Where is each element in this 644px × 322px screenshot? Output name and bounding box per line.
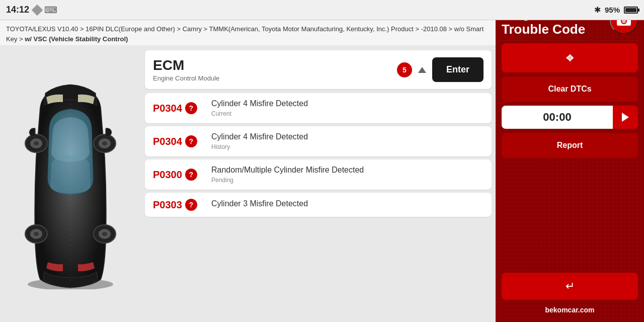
- dtc-code: P0300: [153, 169, 182, 181]
- dtc-description: Cylinder 3 Misfire Detected: [211, 199, 484, 208]
- clear-dtcs-button[interactable]: Clear DTCs: [502, 76, 638, 102]
- table-row: P0303 ? Cylinder 3 Misfire Detected: [145, 193, 492, 217]
- dtc-status: History: [211, 143, 484, 150]
- svg-point-12: [102, 232, 107, 236]
- timer-row: 00:00: [502, 106, 638, 129]
- dtc-code-group: P0304 ?: [153, 135, 203, 147]
- dtc-code-group: P0303 ?: [153, 199, 203, 211]
- sidebar-footer: ↵ bekomcar.com: [502, 273, 638, 316]
- exit-button[interactable]: ⎆: [502, 43, 638, 72]
- svg-point-3: [34, 141, 39, 145]
- dtc-help-button[interactable]: ?: [185, 169, 197, 181]
- dtc-help-button[interactable]: ?: [185, 199, 197, 211]
- car-panel: [0, 45, 141, 322]
- ecm-enter-button[interactable]: Enter: [432, 57, 484, 82]
- dtc-help-button[interactable]: ?: [185, 102, 197, 114]
- status-bar: 14:12 ⌨ ✱ 95%: [0, 0, 644, 20]
- bluetooth-icon: ✱: [594, 5, 601, 15]
- timer-display: 00:00: [502, 106, 613, 129]
- main-area: ECM Engine Control Module 5 Enter P0304 …: [0, 45, 496, 322]
- ecm-title: ECM: [153, 57, 391, 73]
- dtc-description: Random/Multiple Cylinder Misfire Detecte…: [211, 166, 484, 175]
- ecm-badge: 5: [397, 62, 412, 77]
- battery-icon: [624, 7, 638, 14]
- svg-point-9: [34, 232, 39, 236]
- ecm-sort-arrow[interactable]: [418, 67, 426, 73]
- battery-percent: 95%: [605, 6, 620, 14]
- dtc-help-button[interactable]: ?: [185, 135, 197, 147]
- dtc-code: P0303: [153, 199, 182, 211]
- dtc-code: P0304: [153, 136, 182, 147]
- car-image: [15, 78, 126, 289]
- status-time: 14:12: [6, 5, 29, 15]
- dtc-info: Cylinder 4 Misfire Detected Current: [211, 99, 484, 117]
- dtc-status: Current: [211, 110, 484, 117]
- breadcrumb-bold: w/ VSC (Vehicle Stability Control): [25, 35, 128, 43]
- dtc-info: Cylinder 4 Misfire Detected History: [211, 132, 484, 150]
- status-right: ✱ 95%: [594, 5, 638, 15]
- dtc-panel: ECM Engine Control Module 5 Enter P0304 …: [141, 45, 496, 322]
- play-icon: [622, 113, 629, 122]
- right-sidebar: DiagnosticTrouble Code ⎆ Clear DTCs 00:0…: [496, 0, 644, 322]
- svg-point-6: [102, 141, 107, 145]
- status-icons: ⌨: [33, 5, 57, 16]
- table-row: P0300 ? Random/Multiple Cylinder Misfire…: [145, 159, 492, 190]
- brand-label: bekomcar.com: [502, 304, 638, 316]
- dtc-code: P0304: [153, 103, 182, 114]
- report-button[interactable]: Report: [502, 133, 638, 158]
- dtc-code-group: P0304 ?: [153, 102, 203, 114]
- table-row: P0304 ? Cylinder 4 Misfire Detected Hist…: [145, 126, 492, 156]
- ecm-title-group: ECM Engine Control Module: [153, 57, 391, 82]
- exit-icon: ⎆: [567, 51, 573, 64]
- dtc-code-group: P0300 ?: [153, 169, 203, 181]
- dtc-info: Random/Multiple Cylinder Misfire Detecte…: [211, 166, 484, 184]
- dtc-status: Pending: [211, 177, 484, 184]
- back-button[interactable]: ↵: [502, 273, 638, 300]
- breadcrumb-bar: TOYOTA/LEXUS V10.40 > 16PIN DLC(Europe a…: [0, 20, 496, 48]
- ecm-card: ECM Engine Control Module 5 Enter: [145, 50, 492, 89]
- dtc-description: Cylinder 4 Misfire Detected: [211, 132, 484, 141]
- dtc-description: Cylinder 4 Misfire Detected: [211, 99, 484, 108]
- dtc-info: Cylinder 3 Misfire Detected: [211, 199, 484, 210]
- back-arrow-icon: ↵: [566, 280, 575, 293]
- ecm-subtitle: Engine Control Module: [153, 74, 391, 82]
- keyboard-icon: ⌨: [44, 5, 57, 16]
- timer-play-button[interactable]: [613, 108, 638, 127]
- diamond-icon: [32, 4, 43, 16]
- table-row: P0304 ? Cylinder 4 Misfire Detected Curr…: [145, 93, 492, 123]
